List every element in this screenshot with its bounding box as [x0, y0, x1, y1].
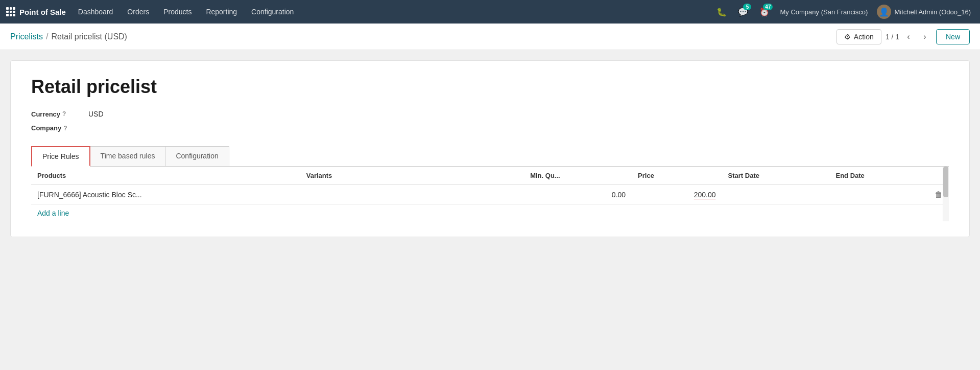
tab-configuration[interactable]: Configuration — [165, 146, 229, 166]
nav-orders[interactable]: Orders — [121, 0, 155, 24]
delete-row-icon[interactable]: 🗑 — [935, 190, 943, 199]
main-content: Retail pricelist Currency ? USD Company … — [0, 50, 980, 247]
pager: 1 / 1 ‹ › — [886, 30, 932, 44]
col-header-products: Products — [31, 167, 300, 185]
avatar: 👤 — [877, 5, 891, 19]
cell-products[interactable]: [FURN_6666] Acoustic Bloc Sc... — [31, 185, 300, 205]
breadcrumb-current: Retail pricelist (USD) — [51, 32, 127, 41]
top-nav: Point of Sale Dashboard Orders Products … — [0, 0, 980, 24]
chat-icon-btn[interactable]: 💬 5 — [734, 3, 752, 21]
app-logo[interactable]: Point of Sale — [6, 7, 66, 16]
chat-badge: 5 — [743, 4, 751, 10]
tabs: Price Rules Time based rules Configurati… — [31, 146, 949, 167]
tab-price-rules[interactable]: Price Rules — [31, 146, 90, 167]
col-header-variants: Variants — [300, 167, 524, 185]
tab-time-based-rules[interactable]: Time based rules — [90, 146, 166, 166]
currency-value: USD — [88, 110, 104, 118]
clock-icon-btn[interactable]: ⏰ 47 — [755, 3, 774, 21]
cell-price[interactable]: 200.00 — [632, 185, 722, 205]
nav-configuration[interactable]: Configuration — [245, 0, 300, 24]
pager-prev[interactable]: ‹ — [901, 30, 916, 44]
col-header-enddate: End Date — [830, 167, 928, 185]
cell-startdate[interactable] — [722, 185, 830, 205]
app-name: Point of Sale — [19, 8, 66, 16]
form-card: Retail pricelist Currency ? USD Company … — [10, 60, 970, 237]
company-field-row: Company ? — [31, 124, 949, 132]
col-header-startdate: Start Date — [722, 167, 830, 185]
company-help[interactable]: ? — [63, 125, 67, 132]
breadcrumb-separator: / — [46, 32, 48, 41]
bug-icon-btn[interactable]: 🐛 — [712, 3, 731, 21]
col-header-minqty: Min. Qu... — [524, 167, 632, 185]
breadcrumb-bar: Pricelists / Retail pricelist (USD) ⚙ Ac… — [0, 24, 980, 50]
nav-dashboard[interactable]: Dashboard — [72, 0, 119, 24]
user-menu[interactable]: 👤 Mitchell Admin (Odoo_16) — [874, 5, 974, 19]
gear-icon: ⚙ — [844, 33, 851, 41]
cell-minqty[interactable]: 0.00 — [524, 185, 632, 205]
grid-icon — [6, 7, 15, 16]
scrollbar[interactable] — [943, 167, 949, 221]
company-selector[interactable]: My Company (San Francisco) — [776, 8, 872, 16]
currency-label: Currency ? — [31, 110, 82, 118]
pager-count: 1 / 1 — [886, 33, 899, 41]
bug-icon: 🐛 — [716, 7, 727, 17]
table-header-row: Products Variants Min. Qu... Price Start… — [31, 167, 949, 185]
currency-help[interactable]: ? — [62, 110, 66, 118]
company-label: Company ? — [31, 124, 82, 132]
action-button[interactable]: ⚙ Action — [836, 29, 881, 44]
record-title: Retail pricelist — [31, 76, 949, 98]
currency-field-row: Currency ? USD — [31, 110, 949, 118]
nav-reporting[interactable]: Reporting — [200, 0, 243, 24]
pager-next[interactable]: › — [918, 30, 932, 44]
clock-badge: 47 — [763, 4, 773, 10]
cell-variants[interactable] — [300, 185, 524, 205]
breadcrumb: Pricelists / Retail pricelist (USD) — [10, 32, 127, 41]
table-row: [FURN_6666] Acoustic Bloc Sc... 0.00 200… — [31, 185, 949, 205]
breadcrumb-parent[interactable]: Pricelists — [10, 32, 43, 41]
price-value[interactable]: 200.00 — [694, 191, 716, 199]
price-rules-table: Products Variants Min. Qu... Price Start… — [31, 167, 949, 205]
add-line-button[interactable]: Add a line — [31, 205, 75, 221]
cell-enddate[interactable] — [830, 185, 928, 205]
nav-products[interactable]: Products — [157, 0, 198, 24]
table-area: Products Variants Min. Qu... Price Start… — [31, 167, 949, 221]
user-name: Mitchell Admin (Odoo_16) — [894, 8, 971, 16]
toolbar: ⚙ Action 1 / 1 ‹ › New — [836, 29, 970, 44]
col-header-price: Price — [632, 167, 722, 185]
new-button[interactable]: New — [936, 29, 970, 44]
scrollbar-thumb[interactable] — [943, 167, 948, 197]
